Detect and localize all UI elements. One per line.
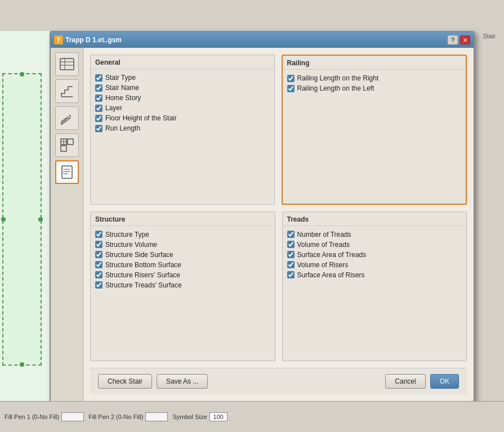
structure-checkbox-4[interactable] xyxy=(95,271,102,278)
general-checkbox-1[interactable] xyxy=(95,84,102,92)
structure-item-3: Structure Bottom Surface xyxy=(95,261,270,269)
treads-checkbox-0[interactable] xyxy=(287,231,295,238)
treads-label-0: Number of Treads xyxy=(297,231,351,238)
cancel-button[interactable]: Cancel xyxy=(385,374,425,389)
sidebar-icon-5[interactable] xyxy=(55,160,79,184)
structure-section-body: Structure Type Structure Volume Structur… xyxy=(91,226,275,294)
structure-label-1: Structure Volume xyxy=(105,241,157,249)
railing-section-title: Railing xyxy=(283,56,466,70)
treads-label-4: Surface Area of Risers xyxy=(297,271,365,279)
check-stair-button[interactable]: Check Stair xyxy=(98,374,152,389)
icon-sidebar xyxy=(51,48,83,401)
symbol-size-label: Symbol Size xyxy=(172,413,207,420)
dialog-title-left: T Trapp D 1.et..gsm xyxy=(54,35,122,44)
top-sections-row: General Stair Type Stair Name Home St xyxy=(90,55,467,205)
railing-section-body: Railing Length on the Right Railing Leng… xyxy=(283,70,466,97)
structure-label-2: Structure Side Surface xyxy=(105,251,173,259)
structure-section-title: Structure xyxy=(91,212,275,226)
treads-section-title: Treads xyxy=(283,212,467,226)
general-checkbox-2[interactable] xyxy=(95,94,102,102)
railing-checkbox-0[interactable] xyxy=(287,75,295,82)
main-dialog: T Trapp D 1.et..gsm ? ✕ xyxy=(50,31,475,402)
structure-checkbox-2[interactable] xyxy=(95,251,102,258)
symbol-size-value[interactable]: 100 xyxy=(209,412,228,421)
dialog-titlebar: T Trapp D 1.et..gsm ? ✕ xyxy=(51,32,474,48)
treads-checkbox-1[interactable] xyxy=(287,241,295,248)
railing-item-1: Railing Length on the Left xyxy=(287,84,462,92)
sidebar-icon-1[interactable] xyxy=(55,52,79,76)
treads-item-4: Surface Area of Risers xyxy=(287,271,462,279)
treads-label-3: Volume of Risers xyxy=(297,261,349,269)
fill-pen-1-item: Fill Pen 1 (0-No Fill) xyxy=(5,412,84,421)
general-item-2: Home Story xyxy=(95,94,270,102)
general-item-0: Stair Type xyxy=(95,74,270,82)
sidebar-icon-4[interactable] xyxy=(55,133,79,157)
general-checkbox-5[interactable] xyxy=(95,125,102,132)
general-section: General Stair Type Stair Name Home St xyxy=(90,55,275,205)
symbol-size-item: Symbol Size 100 xyxy=(172,412,228,421)
sidebar-icon-3[interactable] xyxy=(55,106,79,130)
railing-checkbox-1[interactable] xyxy=(287,85,295,92)
structure-item-0: Structure Type xyxy=(95,231,270,238)
general-item-5: Run Length xyxy=(95,124,270,132)
structure-section: Structure Structure Type Structure Volum… xyxy=(90,212,275,362)
structure-checkbox-5[interactable] xyxy=(95,281,102,289)
general-item-3: Layer xyxy=(95,104,270,112)
railing-section: Railing Railing Length on the Right Rail… xyxy=(282,55,467,205)
general-checkbox-0[interactable] xyxy=(95,74,102,82)
fill-pen-2-swatch[interactable] xyxy=(145,412,168,421)
structure-checkbox-1[interactable] xyxy=(95,241,102,248)
fill-pen-2-item: Fill Pen 2 (0-No Fill) xyxy=(88,412,168,421)
footer-right: Cancel OK xyxy=(385,374,459,389)
ok-button[interactable]: OK xyxy=(430,374,459,389)
help-button[interactable]: ? xyxy=(448,35,458,44)
structure-label-3: Structure Bottom Surface xyxy=(105,261,181,269)
structure-label-4: Structure Risers' Surface xyxy=(105,271,180,279)
general-checkbox-3[interactable] xyxy=(95,105,102,112)
bottom-bar: Fill Pen 1 (0-No Fill) Fill Pen 2 (0-No … xyxy=(0,401,504,432)
svg-marker-7 xyxy=(61,118,66,125)
sidebar-icon-2[interactable] xyxy=(55,79,79,103)
structure-label-0: Structure Type xyxy=(105,231,149,238)
general-section-title: General xyxy=(91,55,274,69)
fill-pen-2-label: Fill Pen 2 (0-No Fill) xyxy=(88,413,143,420)
dialog-footer: Check Stair Save As ... Cancel OK xyxy=(90,368,467,394)
dashed-box xyxy=(2,73,42,366)
general-section-body: Stair Type Stair Name Home Story La xyxy=(91,69,274,137)
general-item-1: Stair Name xyxy=(95,84,270,92)
svg-rect-9 xyxy=(68,139,73,145)
treads-item-1: Volume of Treads xyxy=(287,241,462,249)
treads-item-0: Number of Treads xyxy=(287,231,462,238)
treads-label-1: Volume of Treads xyxy=(297,241,350,249)
svg-rect-13 xyxy=(62,166,72,178)
save-as-button[interactable]: Save As ... xyxy=(157,374,208,389)
dialog-title-text: Trapp D 1.et..gsm xyxy=(65,36,122,44)
treads-checkbox-2[interactable] xyxy=(287,251,295,258)
fill-pen-1-swatch[interactable] xyxy=(61,412,84,421)
svg-rect-10 xyxy=(61,146,66,151)
structure-item-4: Structure Risers' Surface xyxy=(95,271,270,279)
general-label-0: Stair Type xyxy=(105,74,136,82)
treads-checkbox-4[interactable] xyxy=(287,271,295,278)
general-label-2: Home Story xyxy=(105,94,141,102)
bottom-sections-row: Structure Structure Type Structure Volum… xyxy=(90,212,467,362)
footer-left: Check Stair Save As ... xyxy=(98,374,208,389)
treads-checkbox-3[interactable] xyxy=(287,261,295,268)
structure-checkbox-3[interactable] xyxy=(95,261,102,268)
structure-item-2: Structure Side Surface xyxy=(95,251,270,259)
dialog-body: General Stair Type Stair Name Home St xyxy=(51,48,474,401)
fill-pen-1-label: Fill Pen 1 (0-No Fill) xyxy=(5,413,59,420)
general-label-4: Floor Height of the Stair xyxy=(105,114,177,122)
treads-label-2: Surface Area of Treads xyxy=(297,251,367,259)
treads-item-3: Volume of Risers xyxy=(287,261,462,269)
general-label-5: Run Length xyxy=(105,124,140,132)
structure-checkbox-0[interactable] xyxy=(95,231,102,238)
general-checkbox-4[interactable] xyxy=(95,115,102,122)
svg-rect-0 xyxy=(60,58,74,70)
stair-label: Stair xyxy=(483,33,496,39)
close-button[interactable]: ✕ xyxy=(460,35,470,44)
treads-item-2: Surface Area of Treads xyxy=(287,251,462,259)
canvas-area xyxy=(0,31,51,432)
general-item-4: Floor Height of the Stair xyxy=(95,114,270,122)
dialog-title-icon: T xyxy=(54,35,63,44)
